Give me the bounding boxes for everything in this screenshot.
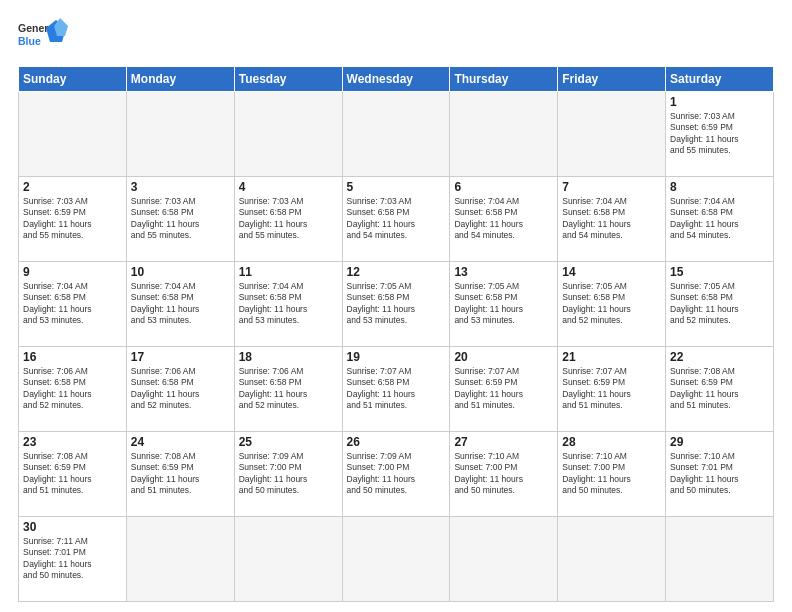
day-info: Sunrise: 7:05 AMSunset: 6:58 PMDaylight:… bbox=[347, 281, 446, 327]
day-info: Sunrise: 7:10 AMSunset: 7:01 PMDaylight:… bbox=[670, 451, 769, 497]
day-info: Sunrise: 7:03 AMSunset: 6:58 PMDaylight:… bbox=[239, 196, 338, 242]
calendar-week-row: 23Sunrise: 7:08 AMSunset: 6:59 PMDayligh… bbox=[19, 432, 774, 517]
day-number: 23 bbox=[23, 435, 122, 449]
calendar-day-cell: 1Sunrise: 7:03 AMSunset: 6:59 PMDaylight… bbox=[666, 92, 774, 177]
day-number: 8 bbox=[670, 180, 769, 194]
calendar-day-cell bbox=[234, 92, 342, 177]
calendar-week-row: 9Sunrise: 7:04 AMSunset: 6:58 PMDaylight… bbox=[19, 262, 774, 347]
day-number: 24 bbox=[131, 435, 230, 449]
calendar-day-cell bbox=[666, 517, 774, 602]
day-info: Sunrise: 7:07 AMSunset: 6:58 PMDaylight:… bbox=[347, 366, 446, 412]
calendar-day-cell: 3Sunrise: 7:03 AMSunset: 6:58 PMDaylight… bbox=[126, 177, 234, 262]
day-number: 30 bbox=[23, 520, 122, 534]
day-info: Sunrise: 7:04 AMSunset: 6:58 PMDaylight:… bbox=[562, 196, 661, 242]
day-number: 3 bbox=[131, 180, 230, 194]
calendar-day-cell: 21Sunrise: 7:07 AMSunset: 6:59 PMDayligh… bbox=[558, 347, 666, 432]
day-number: 15 bbox=[670, 265, 769, 279]
weekday-header-friday: Friday bbox=[558, 67, 666, 92]
weekday-header-thursday: Thursday bbox=[450, 67, 558, 92]
day-info: Sunrise: 7:04 AMSunset: 6:58 PMDaylight:… bbox=[23, 281, 122, 327]
calendar-day-cell bbox=[450, 92, 558, 177]
day-info: Sunrise: 7:05 AMSunset: 6:58 PMDaylight:… bbox=[454, 281, 553, 327]
day-number: 26 bbox=[347, 435, 446, 449]
calendar-day-cell: 5Sunrise: 7:03 AMSunset: 6:58 PMDaylight… bbox=[342, 177, 450, 262]
calendar-day-cell: 12Sunrise: 7:05 AMSunset: 6:58 PMDayligh… bbox=[342, 262, 450, 347]
day-number: 19 bbox=[347, 350, 446, 364]
calendar-day-cell: 16Sunrise: 7:06 AMSunset: 6:58 PMDayligh… bbox=[19, 347, 127, 432]
day-number: 16 bbox=[23, 350, 122, 364]
day-info: Sunrise: 7:09 AMSunset: 7:00 PMDaylight:… bbox=[239, 451, 338, 497]
day-number: 14 bbox=[562, 265, 661, 279]
day-info: Sunrise: 7:05 AMSunset: 6:58 PMDaylight:… bbox=[670, 281, 769, 327]
day-info: Sunrise: 7:07 AMSunset: 6:59 PMDaylight:… bbox=[562, 366, 661, 412]
day-info: Sunrise: 7:08 AMSunset: 6:59 PMDaylight:… bbox=[23, 451, 122, 497]
calendar-day-cell bbox=[126, 92, 234, 177]
calendar-day-cell: 23Sunrise: 7:08 AMSunset: 6:59 PMDayligh… bbox=[19, 432, 127, 517]
day-info: Sunrise: 7:05 AMSunset: 6:58 PMDaylight:… bbox=[562, 281, 661, 327]
weekday-header-monday: Monday bbox=[126, 67, 234, 92]
calendar-day-cell: 2Sunrise: 7:03 AMSunset: 6:59 PMDaylight… bbox=[19, 177, 127, 262]
calendar-week-row: 2Sunrise: 7:03 AMSunset: 6:59 PMDaylight… bbox=[19, 177, 774, 262]
calendar-day-cell: 4Sunrise: 7:03 AMSunset: 6:58 PMDaylight… bbox=[234, 177, 342, 262]
day-info: Sunrise: 7:06 AMSunset: 6:58 PMDaylight:… bbox=[131, 366, 230, 412]
calendar-day-cell: 20Sunrise: 7:07 AMSunset: 6:59 PMDayligh… bbox=[450, 347, 558, 432]
day-info: Sunrise: 7:09 AMSunset: 7:00 PMDaylight:… bbox=[347, 451, 446, 497]
day-number: 11 bbox=[239, 265, 338, 279]
calendar-day-cell: 29Sunrise: 7:10 AMSunset: 7:01 PMDayligh… bbox=[666, 432, 774, 517]
weekday-header-sunday: Sunday bbox=[19, 67, 127, 92]
calendar-day-cell bbox=[234, 517, 342, 602]
logo-svg: General Blue bbox=[18, 18, 68, 56]
day-info: Sunrise: 7:06 AMSunset: 6:58 PMDaylight:… bbox=[23, 366, 122, 412]
calendar-day-cell: 8Sunrise: 7:04 AMSunset: 6:58 PMDaylight… bbox=[666, 177, 774, 262]
calendar-day-cell: 19Sunrise: 7:07 AMSunset: 6:58 PMDayligh… bbox=[342, 347, 450, 432]
day-info: Sunrise: 7:04 AMSunset: 6:58 PMDaylight:… bbox=[454, 196, 553, 242]
calendar-day-cell: 25Sunrise: 7:09 AMSunset: 7:00 PMDayligh… bbox=[234, 432, 342, 517]
day-info: Sunrise: 7:07 AMSunset: 6:59 PMDaylight:… bbox=[454, 366, 553, 412]
calendar-week-row: 1Sunrise: 7:03 AMSunset: 6:59 PMDaylight… bbox=[19, 92, 774, 177]
day-number: 9 bbox=[23, 265, 122, 279]
day-number: 6 bbox=[454, 180, 553, 194]
calendar-day-cell: 27Sunrise: 7:10 AMSunset: 7:00 PMDayligh… bbox=[450, 432, 558, 517]
day-info: Sunrise: 7:03 AMSunset: 6:59 PMDaylight:… bbox=[23, 196, 122, 242]
calendar-day-cell: 18Sunrise: 7:06 AMSunset: 6:58 PMDayligh… bbox=[234, 347, 342, 432]
calendar-day-cell: 6Sunrise: 7:04 AMSunset: 6:58 PMDaylight… bbox=[450, 177, 558, 262]
calendar-week-row: 16Sunrise: 7:06 AMSunset: 6:58 PMDayligh… bbox=[19, 347, 774, 432]
logo: General Blue bbox=[18, 18, 68, 56]
day-info: Sunrise: 7:04 AMSunset: 6:58 PMDaylight:… bbox=[239, 281, 338, 327]
calendar-day-cell bbox=[558, 517, 666, 602]
calendar-day-cell: 28Sunrise: 7:10 AMSunset: 7:00 PMDayligh… bbox=[558, 432, 666, 517]
day-info: Sunrise: 7:04 AMSunset: 6:58 PMDaylight:… bbox=[670, 196, 769, 242]
calendar-day-cell: 17Sunrise: 7:06 AMSunset: 6:58 PMDayligh… bbox=[126, 347, 234, 432]
calendar-day-cell: 9Sunrise: 7:04 AMSunset: 6:58 PMDaylight… bbox=[19, 262, 127, 347]
page: General Blue SundayMondayTuesdayWednesda… bbox=[0, 0, 792, 612]
day-number: 7 bbox=[562, 180, 661, 194]
day-number: 5 bbox=[347, 180, 446, 194]
day-number: 20 bbox=[454, 350, 553, 364]
weekday-header-tuesday: Tuesday bbox=[234, 67, 342, 92]
calendar-day-cell bbox=[126, 517, 234, 602]
day-number: 4 bbox=[239, 180, 338, 194]
day-info: Sunrise: 7:10 AMSunset: 7:00 PMDaylight:… bbox=[454, 451, 553, 497]
calendar-day-cell: 30Sunrise: 7:11 AMSunset: 7:01 PMDayligh… bbox=[19, 517, 127, 602]
calendar-day-cell: 14Sunrise: 7:05 AMSunset: 6:58 PMDayligh… bbox=[558, 262, 666, 347]
calendar-day-cell: 10Sunrise: 7:04 AMSunset: 6:58 PMDayligh… bbox=[126, 262, 234, 347]
day-number: 27 bbox=[454, 435, 553, 449]
day-number: 21 bbox=[562, 350, 661, 364]
day-info: Sunrise: 7:06 AMSunset: 6:58 PMDaylight:… bbox=[239, 366, 338, 412]
calendar-day-cell bbox=[19, 92, 127, 177]
day-info: Sunrise: 7:03 AMSunset: 6:58 PMDaylight:… bbox=[347, 196, 446, 242]
day-info: Sunrise: 7:11 AMSunset: 7:01 PMDaylight:… bbox=[23, 536, 122, 582]
day-number: 12 bbox=[347, 265, 446, 279]
day-number: 18 bbox=[239, 350, 338, 364]
calendar-week-row: 30Sunrise: 7:11 AMSunset: 7:01 PMDayligh… bbox=[19, 517, 774, 602]
calendar-day-cell bbox=[342, 517, 450, 602]
day-number: 2 bbox=[23, 180, 122, 194]
weekday-header-wednesday: Wednesday bbox=[342, 67, 450, 92]
calendar-day-cell bbox=[450, 517, 558, 602]
day-info: Sunrise: 7:03 AMSunset: 6:58 PMDaylight:… bbox=[131, 196, 230, 242]
calendar-day-cell: 26Sunrise: 7:09 AMSunset: 7:00 PMDayligh… bbox=[342, 432, 450, 517]
header: General Blue bbox=[18, 18, 774, 56]
calendar-day-cell: 22Sunrise: 7:08 AMSunset: 6:59 PMDayligh… bbox=[666, 347, 774, 432]
calendar-day-cell: 15Sunrise: 7:05 AMSunset: 6:58 PMDayligh… bbox=[666, 262, 774, 347]
day-info: Sunrise: 7:08 AMSunset: 6:59 PMDaylight:… bbox=[670, 366, 769, 412]
